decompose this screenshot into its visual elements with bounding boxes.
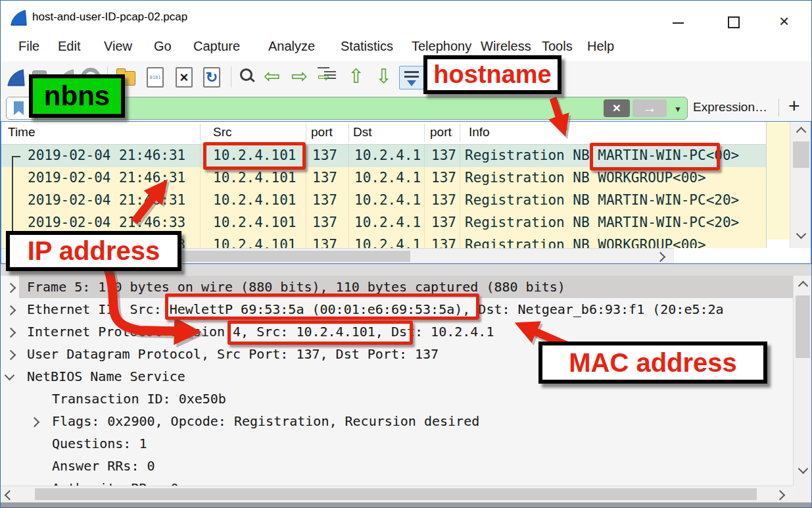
bookmark-icon [14,101,24,115]
go-to-packet-icon[interactable]: ⇨ [324,69,336,81]
filter-dropdown-caret-icon[interactable]: ▼ [674,105,682,114]
detail-row-frame[interactable]: Frame 5: 110 bytes on wire (880 bits), 1… [1,276,793,299]
packet-row[interactable]: 2019-02-04 21:46:33 10.2.4.101 137 10.2.… [1,234,766,248]
packet-details-pane: Frame 5: 110 bytes on wire (880 bits), 1… [1,276,811,502]
go-to-top-icon[interactable]: ⇧ [348,66,364,86]
filter-clear-button[interactable]: × [604,99,630,117]
pane-splitter[interactable] [1,264,812,277]
expander-icon[interactable] [5,370,15,381]
packet-row-selected[interactable]: 2019-02-04 21:46:31 10.2.4.101 137 10.2.… [1,145,766,167]
close-button[interactable]: × [779,11,789,32]
scrollbar-thumb[interactable] [42,251,410,262]
menu-capture[interactable]: Capture [193,39,240,54]
packet-row[interactable]: 2019-02-04 21:46:31 10.2.4.101 137 10.2.… [1,190,766,212]
restart-capture-icon[interactable] [56,67,76,88]
expander-icon[interactable] [6,328,16,338]
detail-row-answer-rrs[interactable]: Answer RRs: 0 [1,455,793,478]
menu-go[interactable]: Go [154,39,172,54]
expander-icon[interactable] [6,283,16,293]
menu-edit[interactable]: Edit [58,39,80,54]
scroll-down-icon[interactable] [798,464,809,474]
col-header-src[interactable]: Src [213,125,232,140]
menu-view[interactable]: View [104,39,132,54]
menu-tools[interactable]: Tools [542,39,573,54]
detail-row-ethernet[interactable]: Ethernet II, Src: HewlettP_69:53:5a (00:… [1,299,793,321]
scrollbar-thumb[interactable] [793,141,809,168]
related-packet-indicator [12,156,20,249]
packet-row[interactable]: 2019-02-04 21:46:31 10.2.4.101 137 10.2.… [1,167,766,190]
menu-wireless[interactable]: Wireless [481,39,531,54]
detail-row-nbns[interactable]: NetBIOS Name Service [1,366,793,388]
col-header-dst[interactable]: Dst [353,125,372,140]
binary-glyph: 0101 [150,75,161,80]
go-forward-icon[interactable]: ⇨ [291,66,308,86]
packet-list-horizontal-scrollbar[interactable] [1,248,674,264]
filter-bookmark-section[interactable] [7,97,32,119]
expander-icon[interactable] [30,417,40,428]
details-horizontal-scrollbar[interactable] [1,486,793,502]
scroll-up-icon[interactable] [796,127,807,138]
go-to-bottom-icon[interactable]: ⇩ [375,66,392,86]
scroll-left-icon[interactable] [5,490,15,501]
go-to-arrow-glyph: ⇨ [318,67,329,68]
stop-capture-icon[interactable] [32,70,47,85]
toolbar-separator [107,66,108,88]
close-file-x-glyph: × [180,70,189,85]
detail-row-udp[interactable]: User Datagram Protocol, Src Port: 137, D… [1,343,793,366]
scrollbar-thumb[interactable] [796,295,810,358]
detail-row-transaction-id[interactable]: Transaction ID: 0xe50b [1,388,793,411]
window-bottom-edge [1,502,812,508]
details-vertical-scrollbar[interactable] [793,276,811,486]
intelligent-scrollbar-minimap[interactable] [766,122,790,248]
scroll-up-icon[interactable] [798,281,809,292]
packet-list-vertical-scrollbar[interactable] [790,122,811,248]
toolbar-separator [231,66,231,88]
menu-telephony[interactable]: Telephony [412,39,471,54]
detail-row-ip[interactable]: Internet Protocol Version 4, Src: 10.2.4… [1,321,793,343]
reload-file-icon[interactable]: ↻ [203,67,220,88]
auto-scroll-icon[interactable] [399,66,424,89]
start-capture-icon[interactable] [6,67,26,88]
main-toolbar: 0101 × ↻ ⇦ ⇨ ⇨ ⇧ ⇩ [1,61,811,95]
save-file-icon[interactable]: 0101 [147,67,164,88]
title-bar[interactable]: host-and-user-ID-pcap-02.pcap × [1,1,811,34]
detail-row-authority-rrs[interactable]: Authority RRs: 0 [1,478,793,486]
capture-options-icon[interactable] [81,68,101,88]
packet-list-pane: Time Src port Dst port Info 2019-02-04 2… [1,121,811,264]
go-back-icon[interactable]: ⇦ [264,66,280,86]
expression-button[interactable]: Expression… [693,100,767,114]
find-packet-icon[interactable] [240,68,252,81]
detail-row-questions[interactable]: Questions: 1 [1,433,793,455]
packet-list-header: Time Src port Dst port Info [1,122,811,145]
filter-bar: × → ▼ Expression… + [1,94,811,122]
reload-glyph: ↻ [206,70,218,85]
scrollbar-thumb[interactable] [35,488,757,500]
open-file-icon[interactable] [116,71,135,86]
menu-bar: File Edit View Go Capture Analyze Statis… [1,34,811,61]
minimize-button[interactable] [673,22,684,24]
menu-statistics[interactable]: Statistics [341,39,393,54]
scroll-right-icon[interactable] [775,490,786,501]
maximize-button[interactable] [728,16,740,28]
scroll-right-icon[interactable] [656,252,666,263]
packet-row[interactable]: 2019-02-04 21:46:33 10.2.4.101 137 10.2.… [1,212,766,234]
filter-apply-button[interactable]: → [633,99,667,117]
detail-row-flags[interactable]: Flags: 0x2900, Opcode: Registration, Rec… [1,411,793,433]
expander-icon[interactable] [6,305,16,316]
col-header-info[interactable]: Info [469,125,490,140]
col-header-sport[interactable]: port [311,125,333,140]
col-header-dport[interactable]: port [430,125,452,140]
col-header-time[interactable]: Time [8,125,36,140]
menu-file[interactable]: File [18,39,39,54]
display-filter-input[interactable] [36,101,498,118]
scroll-down-icon[interactable] [796,229,807,240]
filter-separator [778,99,779,116]
expander-icon[interactable] [6,350,16,361]
window-title: host-and-user-ID-pcap-02.pcap [32,11,187,24]
display-filter-box: × → ▼ [6,97,688,120]
wireshark-window: host-and-user-ID-pcap-02.pcap × File Edi… [0,0,812,508]
menu-analyze[interactable]: Analyze [268,39,315,54]
menu-help[interactable]: Help [587,39,614,54]
add-filter-button[interactable]: + [788,95,800,117]
close-file-icon[interactable]: × [176,67,193,88]
